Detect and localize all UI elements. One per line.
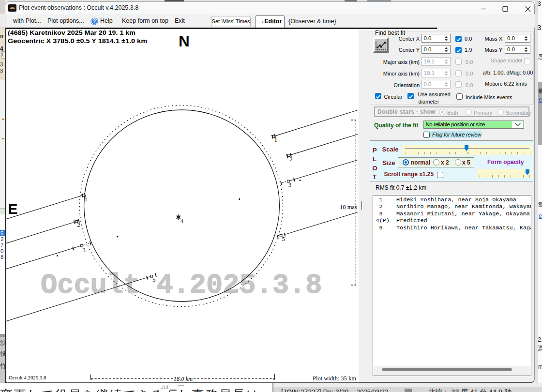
svg-text:Occult 4.2025.3.8: Occult 4.2025.3.8 — [41, 270, 322, 301]
svg-text:3: 3 — [83, 247, 86, 254]
svg-text:10 mas: 10 mas — [340, 204, 357, 211]
svg-text:Plot width: 35 km: Plot width: 35 km — [313, 375, 356, 382]
svg-text:N: N — [179, 32, 190, 50]
svg-text:1: 1 — [274, 136, 277, 143]
svg-text:5: 5 — [282, 236, 285, 242]
svg-text:E: E — [8, 201, 18, 217]
svg-text:5: 5 — [152, 276, 155, 283]
svg-text:3: 3 — [288, 181, 291, 188]
svg-text:18.0 km: 18.0 km — [174, 376, 193, 382]
svg-text:2: 2 — [77, 222, 80, 228]
svg-text:4: 4 — [181, 218, 184, 225]
svg-text:Geocentric X 3785.0 ±0.5 Y: Geocentric X 3785.0 ±0.5 Y 1814.1 ±1.0 k… — [8, 37, 147, 45]
svg-text:Occult 4.2025.3.8: Occult 4.2025.3.8 — [9, 375, 46, 380]
svg-text:1: 1 — [85, 196, 88, 203]
svg-text:(4685) Karetnikov 2025 Mar 20: (4685) Karetnikov 2025 Mar 20 19. 1 km — [8, 29, 136, 36]
svg-text:2: 2 — [290, 156, 293, 163]
